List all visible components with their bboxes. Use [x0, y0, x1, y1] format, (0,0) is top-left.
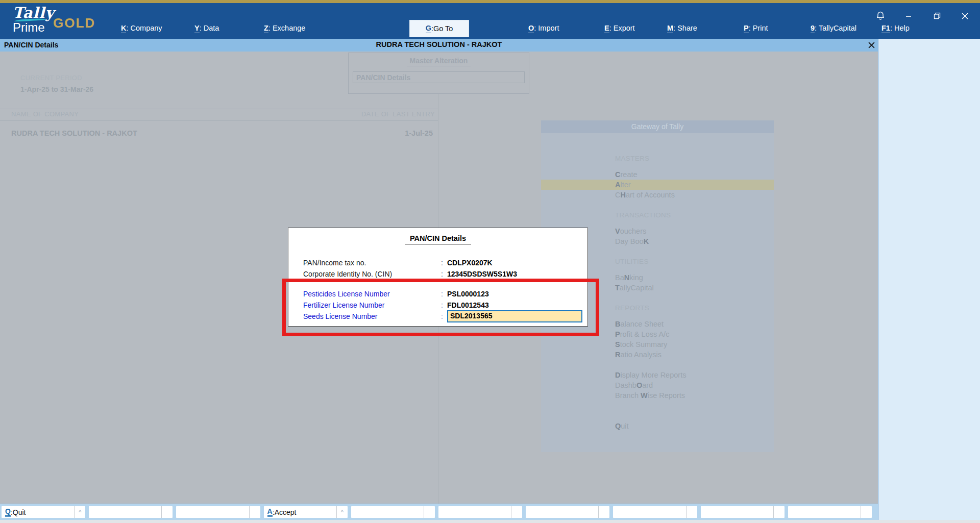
button-text	[176, 506, 249, 518]
gateway-item-create: Create	[541, 169, 774, 180]
menu-label: Exchange	[273, 24, 306, 32]
date-of-last-entry-header: DATE OF LAST ENTRY	[361, 110, 435, 120]
caret-icon	[424, 506, 435, 518]
field-value: CDLPX0207K	[447, 259, 493, 267]
menu-item-tallycapital[interactable]: 9: TallyCapital	[811, 24, 856, 32]
button-slot-empty	[701, 506, 785, 518]
gateway-item-stock-summary: Stock Summary	[541, 339, 774, 350]
gateway-section-masters: MASTERS	[541, 154, 774, 164]
caret-icon	[861, 506, 872, 518]
current-period-label: CURRENT PERIOD	[20, 74, 82, 82]
menu-key: Y	[194, 24, 200, 33]
caret-icon	[511, 506, 522, 518]
active-edit-field[interactable]: SDL2013565	[447, 310, 582, 322]
menu-item-export[interactable]: E: Export	[604, 24, 635, 32]
window-controls	[873, 9, 973, 22]
bottom-status-strip	[0, 520, 980, 523]
caret-icon	[161, 506, 173, 518]
menu-key: 9	[811, 24, 815, 33]
button-slot-empty	[351, 506, 435, 518]
menu-key: Z	[264, 24, 268, 33]
menu-item-exchange[interactable]: Z: Exchange	[264, 24, 305, 32]
minimize-icon[interactable]	[901, 9, 916, 22]
edition-badge: GOLD	[53, 15, 95, 31]
button-text	[526, 506, 598, 518]
gateway-items: Quit	[541, 421, 774, 431]
master-alteration-selected-item: PAN/CIN Details	[353, 71, 525, 83]
caret-icon	[686, 506, 697, 518]
button-key: Q	[5, 508, 11, 517]
company-row: RUDRA TECH SOLUTION - RAJKOT 1-Jul-25	[0, 129, 438, 140]
field-label: Seeds License Number	[303, 312, 441, 320]
gateway-item-dashboard: DashbOard	[541, 380, 774, 390]
gateway-item-branch-wise-reports: Branch Wise Reports	[541, 390, 774, 401]
field-value: FDL0012543	[447, 301, 489, 309]
button-label: Quit	[13, 508, 26, 516]
menu-item-go-to[interactable]: G: Go To	[409, 20, 469, 37]
button-text	[438, 506, 511, 518]
gateway-items: CreateAlterCHart of Accounts	[541, 169, 774, 200]
name-of-company-header: NAME OF COMPANY	[11, 110, 79, 120]
button-quit[interactable]: Q: Quit^	[2, 506, 85, 518]
gateway-item-profit-loss-a-c: Profit & Loss A/c	[541, 329, 774, 339]
menu-key: O	[528, 24, 534, 33]
menu-item-company[interactable]: K: Company	[121, 24, 162, 32]
menu-item-print[interactable]: P: Print	[744, 24, 768, 32]
gateway-item-chart-of-accounts: CHart of Accounts	[541, 190, 774, 200]
close-icon[interactable]	[958, 9, 973, 22]
master-alteration-box: Master Alteration PAN/CIN Details	[348, 53, 529, 94]
button-slot-empty	[613, 506, 697, 518]
field-row-fertilizer-license-number: Fertilizer License Number:FDL0012543	[288, 300, 587, 311]
button-text: Q: Quit	[2, 506, 74, 518]
restore-icon[interactable]	[929, 9, 945, 22]
menu-label: Print	[753, 24, 768, 32]
table-divider	[0, 120, 438, 121]
master-alteration-title: Master Alteration	[407, 57, 471, 66]
company-name: RUDRA TECH SOLUTION - RAJKOT	[11, 129, 137, 140]
colon: :	[441, 301, 447, 309]
screen-close-icon[interactable]	[866, 40, 876, 50]
button-slot-empty	[89, 506, 173, 518]
button-slot-empty	[788, 506, 872, 518]
screen-title: PAN/CIN Details	[4, 41, 58, 49]
colon: :	[441, 259, 447, 267]
field-label: Corporate Identity No. (CIN)	[303, 270, 441, 278]
field-value: PSL0000123	[447, 290, 489, 298]
field-label: Pesticides License Number	[303, 290, 441, 298]
pan-cin-details-dialog: PAN/CIN Details PAN/Income tax no.:CDLPX…	[288, 228, 588, 327]
gateway-section: Display More ReportsDashbOardBranch Wise…	[541, 370, 774, 401]
menu-label: Go To	[433, 24, 453, 33]
caret-icon: ^	[336, 506, 348, 518]
top-menu-bar: Tally Prime GOLD K: CompanyY: DataZ: Exc…	[0, 3, 980, 39]
menu-item-help[interactable]: F1: Help	[881, 24, 910, 32]
button-text	[613, 506, 685, 518]
field-value: 12345DSDSW5S1W3	[447, 270, 517, 278]
button-slot-empty	[176, 506, 260, 518]
last-entry-date: 1-Jul-25	[405, 129, 433, 140]
menu-item-data[interactable]: Y: Data	[194, 24, 219, 32]
menu-item-share[interactable]: M: Share	[667, 24, 697, 32]
menu-item-import[interactable]: O: Import	[528, 24, 559, 32]
current-period-value: 1-Apr-25 to 31-Mar-26	[20, 85, 93, 93]
menu-label: Data	[204, 24, 219, 32]
identity-fields: PAN/Income tax no.:CDLPX0207KCorporate I…	[288, 257, 587, 280]
button-text	[701, 506, 773, 518]
menu-key: G	[426, 24, 431, 33]
table-divider	[0, 109, 438, 109]
field-label: Fertilizer License Number	[303, 301, 441, 309]
menu-label: Share	[677, 24, 697, 32]
active-company-title: RUDRA TECH SOLUTION - RAJKOT	[0, 40, 878, 48]
field-row-pan-income-tax-no-: PAN/Income tax no.:CDLPX0207K	[288, 257, 587, 268]
button-slot-empty	[526, 506, 609, 518]
menu-label: Export	[614, 24, 635, 32]
colon: :	[441, 270, 447, 278]
gateway-section: Quit	[541, 421, 774, 431]
right-side-panel	[878, 39, 980, 520]
main-workspace-dimmed: CURRENT PERIOD 1-Apr-25 to 31-Mar-26 NAM…	[0, 52, 878, 504]
colon: :	[441, 312, 447, 320]
button-key: A	[267, 508, 273, 517]
bell-icon[interactable]	[873, 9, 888, 22]
gateway-title: Gateway of Tally	[541, 120, 774, 133]
button-accept[interactable]: A: Accept^	[264, 506, 348, 518]
license-fields: Pesticides License Number:PSL0000123Fert…	[288, 288, 587, 322]
